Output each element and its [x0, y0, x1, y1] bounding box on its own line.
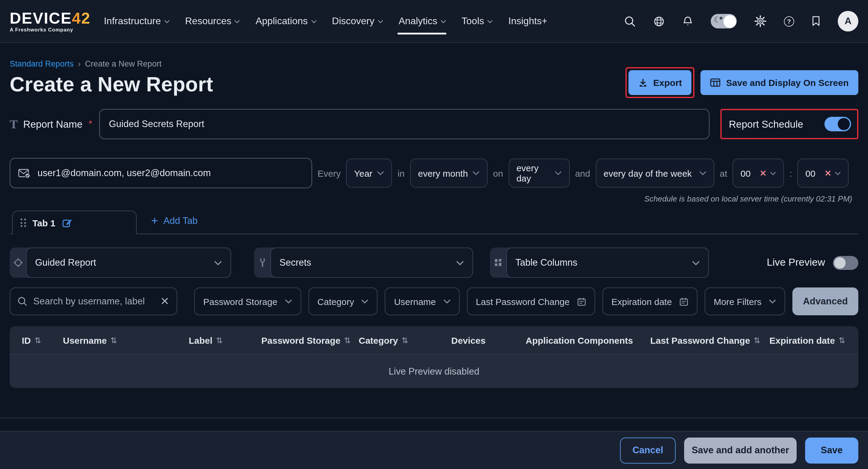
save-button[interactable]: Save	[805, 437, 858, 463]
header-actions: Export Save and Display On Screen	[625, 67, 858, 98]
add-tab-button[interactable]: + Add Tab	[151, 215, 197, 226]
tab-baseline	[10, 234, 858, 234]
table-empty-state: Live Preview disabled	[10, 355, 858, 388]
hour-select[interactable]: 00 ✕	[733, 158, 784, 187]
target-icon	[10, 247, 26, 278]
save-and-display-button[interactable]: Save and Display On Screen	[701, 70, 858, 95]
export-button[interactable]: Export	[628, 70, 692, 95]
logo-tagline: A Freshworks Company	[10, 27, 90, 32]
notifications-bell-icon[interactable]	[682, 16, 693, 27]
tab-1[interactable]: Tab 1	[12, 211, 137, 234]
settings-gear-icon[interactable]	[754, 15, 766, 27]
search-box: ✕	[10, 288, 177, 315]
nav-item-analytics[interactable]: Analytics	[399, 0, 445, 42]
report-name-input[interactable]	[109, 119, 700, 129]
column-header-expiration-date: Expiration date⇅	[769, 335, 858, 345]
column-header-label: Label⇅	[189, 335, 261, 345]
minute-select[interactable]: 00 ✕	[798, 158, 849, 187]
filter-category[interactable]: Category	[308, 288, 378, 315]
mail-check-icon	[18, 168, 31, 178]
breadcrumb-standard-reports[interactable]: Standard Reports	[10, 59, 74, 68]
period-select[interactable]: Year	[346, 158, 392, 187]
advanced-button[interactable]: Advanced	[793, 288, 858, 315]
user-avatar[interactable]: A	[838, 11, 858, 31]
month-select[interactable]: every month	[410, 158, 488, 187]
globe-icon[interactable]	[653, 16, 665, 27]
recipients-input[interactable]	[37, 168, 304, 178]
clear-minute-icon[interactable]: ✕	[825, 168, 831, 178]
logo-42: 42	[72, 9, 91, 27]
filter-username[interactable]: Username	[385, 288, 459, 315]
clear-search-icon[interactable]: ✕	[160, 296, 169, 307]
live-preview-label: Live Preview	[767, 257, 825, 269]
sort-icon[interactable]: ⇅	[344, 335, 351, 345]
report-subject-select[interactable]: Secrets	[270, 247, 473, 278]
report-type-select[interactable]: Guided Report	[26, 247, 231, 278]
nav-menu: Infrastructure Resources Applications Di…	[104, 0, 547, 42]
wrench-icon	[254, 247, 270, 278]
schedule-row: Every Year in every month on every day a…	[10, 158, 858, 188]
filter-last-password-change[interactable]: Last Password Change	[467, 288, 595, 315]
help-icon[interactable]: ?	[784, 16, 794, 26]
tab-1-label: Tab 1	[32, 217, 55, 228]
content-divider	[0, 417, 868, 418]
and-word: and	[575, 168, 590, 178]
filter-expiration-date[interactable]: Expiration date	[602, 288, 698, 315]
live-preview-toggle[interactable]	[833, 256, 858, 270]
sort-icon[interactable]: ⇅	[839, 335, 845, 345]
empty-message: Live Preview disabled	[389, 366, 479, 377]
main-content: Standard Reports › Create a New Report C…	[0, 43, 868, 388]
nav-item-insights[interactable]: Insights+	[508, 0, 548, 42]
table-columns-combo: Table Columns	[490, 247, 709, 278]
clear-hour-icon[interactable]: ✕	[760, 168, 767, 178]
nav-item-tools[interactable]: Tools	[462, 0, 492, 42]
chevron-down-icon	[311, 18, 316, 23]
report-schedule-toggle[interactable]	[825, 117, 851, 131]
nav-item-resources[interactable]: Resources	[185, 0, 239, 42]
nav-item-applications[interactable]: Applications	[255, 0, 316, 42]
filter-more-filters[interactable]: More Filters	[705, 288, 785, 315]
dark-mode-toggle[interactable]: ☾	[711, 14, 737, 28]
column-header-last-password-change: Last Password Change⇅	[650, 335, 769, 345]
navbar-utilities: ☾ ? A	[624, 11, 858, 31]
breadcrumb: Standard Reports › Create a New Report	[10, 43, 858, 68]
bookmark-icon[interactable]	[812, 16, 820, 27]
results-table: ID⇅ Username⇅ Label⇅ Password Storage⇅ C…	[10, 326, 858, 388]
columns-grid-icon	[490, 247, 506, 278]
app-window: DEVICE42 A Freshworks Company Infrastruc…	[0, 0, 868, 469]
tab-bar: Tab 1 + Add Tab	[10, 211, 858, 234]
sort-icon[interactable]: ⇅	[34, 335, 41, 345]
top-navbar: DEVICE42 A Freshworks Company Infrastruc…	[0, 0, 868, 43]
plus-icon: +	[151, 215, 158, 226]
sort-icon[interactable]: ⇅	[216, 335, 223, 345]
nav-item-infrastructure[interactable]: Infrastructure	[104, 0, 169, 42]
table-grid-icon	[710, 78, 721, 87]
weekday-select[interactable]: every day of the week	[596, 158, 714, 187]
sort-icon[interactable]: ⇅	[754, 335, 760, 345]
search-icon[interactable]	[624, 16, 636, 27]
search-input[interactable]	[33, 296, 154, 307]
sort-icon[interactable]: ⇅	[402, 335, 408, 345]
table-columns-select[interactable]: Table Columns	[506, 247, 709, 278]
toggle-knob	[834, 257, 846, 268]
filter-password-storage[interactable]: Password Storage	[194, 288, 301, 315]
export-annotation-box: Export	[625, 67, 695, 98]
report-subject-combo: Secrets	[254, 247, 473, 278]
nav-item-discovery[interactable]: Discovery	[332, 0, 382, 42]
edit-tab-icon[interactable]	[62, 218, 72, 228]
cancel-button[interactable]: Cancel	[620, 437, 676, 463]
save-and-add-another-button[interactable]: Save and add another	[684, 437, 797, 463]
sort-icon[interactable]: ⇅	[111, 335, 117, 345]
moon-icon: ☾	[714, 15, 721, 24]
device42-logo[interactable]: DEVICE42 A Freshworks Company	[10, 10, 90, 32]
chevron-down-icon	[441, 18, 446, 23]
day-select[interactable]: every day	[508, 158, 569, 187]
every-word: Every	[317, 168, 341, 178]
calendar-icon	[679, 297, 688, 306]
toggle-knob	[838, 118, 850, 130]
drag-handle-icon[interactable]	[21, 218, 26, 227]
table-header-row: ID⇅ Username⇅ Label⇅ Password Storage⇅ C…	[10, 326, 858, 355]
footer-bar: Cancel Save and add another Save	[0, 431, 868, 469]
live-preview-group: Live Preview	[767, 256, 858, 270]
report-name-label-group: T Report Name *	[10, 117, 99, 131]
